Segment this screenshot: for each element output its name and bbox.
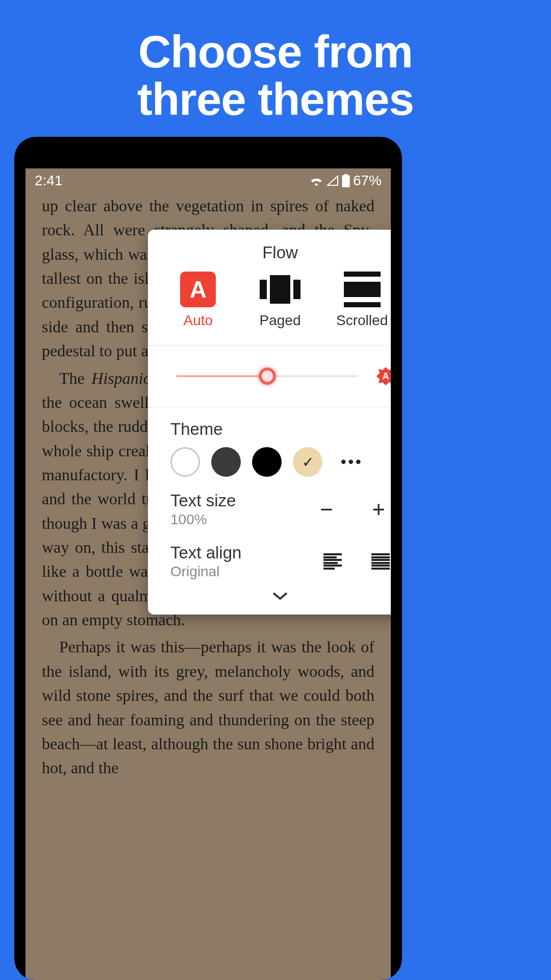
expand-panel-button[interactable] (148, 584, 391, 615)
flow-auto-icon: A (180, 272, 216, 307)
slider-fill (177, 375, 267, 377)
device-side-button (401, 303, 402, 359)
text-align-label: Text align (170, 543, 241, 562)
theme-swatch-sepia[interactable]: ✓ (293, 447, 322, 477)
battery-icon (342, 174, 350, 187)
text-align-value: Original (170, 564, 241, 580)
battery-percent: 67% (353, 173, 382, 189)
status-bar: 2:41 67% (26, 168, 391, 191)
align-justify-button[interactable] (371, 553, 390, 570)
text-size-label: Text size (170, 491, 236, 510)
reader-screen: 2:41 67% up clear above the vegetation i… (26, 168, 391, 980)
promo-line-1: Choose from (138, 26, 413, 77)
flow-scrolled-icon (344, 272, 381, 307)
status-right: 67% (309, 173, 382, 189)
flow-option-label: Paged (260, 312, 301, 329)
text-size-row: Text size 100% − + (148, 480, 391, 532)
svg-text:A: A (383, 371, 389, 381)
reader-paragraph: Perhaps it was this—perhaps it was the l… (42, 635, 374, 780)
theme-swatches: ✓ ••• (170, 447, 390, 477)
flow-option-label: Scrolled (336, 312, 388, 329)
theme-section: Theme ✓ ••• (148, 407, 391, 480)
brightness-slider[interactable] (177, 375, 358, 377)
display-settings-panel: Flow A Auto Paged Scrolled (148, 230, 391, 615)
panel-title: Flow (148, 230, 391, 270)
wifi-icon (309, 175, 323, 186)
signal-icon (327, 175, 339, 186)
flow-option-auto[interactable]: A Auto (162, 272, 234, 329)
text-size-value: 100% (170, 511, 236, 528)
theme-swatch-black[interactable] (252, 447, 282, 477)
check-icon: ✓ (302, 454, 314, 471)
text-size-increase-button[interactable]: + (367, 498, 390, 521)
auto-brightness-icon: A (375, 366, 391, 386)
theme-swatch-grey[interactable] (211, 447, 241, 477)
theme-swatch-white[interactable] (170, 447, 200, 477)
promo-line-2: three themes (137, 74, 414, 125)
flow-option-label: Auto (184, 312, 213, 329)
text-size-decrease-button[interactable]: − (315, 498, 338, 521)
slider-thumb[interactable] (259, 368, 276, 385)
chevron-down-icon (271, 591, 289, 601)
align-left-button[interactable] (323, 553, 342, 570)
flow-option-paged[interactable]: Paged (244, 272, 316, 329)
text-align-row: Text align Original (148, 532, 391, 584)
flow-paged-icon (260, 272, 300, 307)
flow-option-scrolled[interactable]: Scrolled (327, 272, 391, 329)
promo-title: Choose from three themes (0, 0, 551, 124)
brightness-row: A (148, 346, 391, 407)
device-frame: 2:41 67% up clear above the vegetation i… (14, 137, 402, 980)
auto-brightness-button[interactable]: A (375, 366, 391, 386)
theme-label: Theme (170, 420, 390, 439)
flow-options: A Auto Paged Scrolled (148, 270, 391, 345)
more-themes-button[interactable]: ••• (341, 453, 363, 471)
status-time: 2:41 (35, 173, 63, 189)
